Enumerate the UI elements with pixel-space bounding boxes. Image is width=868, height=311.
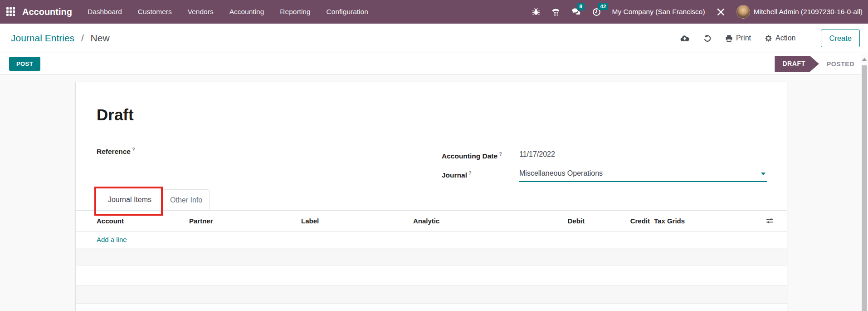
scrollbar-up-arrow[interactable]	[861, 54, 868, 64]
chevron-down-icon[interactable]	[761, 173, 766, 175]
gear-icon	[765, 35, 772, 42]
accounting-date-input[interactable]: 11/17/2022	[519, 150, 555, 163]
scrollbar-thumb[interactable]	[862, 65, 867, 311]
empty-table-row	[76, 304, 787, 311]
breadcrumb-separator: /	[81, 33, 84, 43]
printer-icon	[725, 35, 733, 42]
topbar-right-cluster: 8 42 My Company (San Francisco) Mitchell…	[532, 5, 863, 19]
reference-field-group: Reference?	[97, 145, 237, 156]
menu-dashboard[interactable]: Dashboard	[88, 8, 122, 16]
menu-configuration[interactable]: Configuration	[327, 8, 368, 16]
messages-icon[interactable]: 8	[571, 8, 581, 16]
journal-select[interactable]: Miscellaneous Operations	[519, 169, 767, 182]
empty-table-row	[76, 248, 787, 266]
control-panel: Journal Entries / New Print	[0, 24, 868, 53]
main-menu: Dashboard Customers Vendors Accounting R…	[88, 8, 368, 16]
notebook-tabs: Journal Items Other Info	[76, 190, 787, 211]
column-header-credit: Credit	[595, 217, 650, 225]
journal-row: Journal? Miscellaneous Operations	[442, 169, 777, 182]
apps-grid-icon[interactable]	[6, 7, 16, 17]
state-indicator: DRAFT POSTED	[775, 56, 854, 72]
column-header-account: Account	[97, 217, 124, 225]
breadcrumb: Journal Entries / New	[11, 33, 110, 44]
menu-reporting[interactable]: Reporting	[280, 8, 310, 16]
avatar	[736, 5, 750, 19]
activities-clock-icon[interactable]: 42	[592, 8, 601, 16]
action-button[interactable]: Action	[765, 34, 795, 42]
journal-label: Journal?	[442, 169, 519, 182]
accounting-date-label: Accounting Date?	[442, 150, 519, 163]
state-draft[interactable]: DRAFT	[775, 56, 819, 72]
create-button[interactable]: Create	[821, 30, 860, 47]
menu-vendors[interactable]: Vendors	[188, 8, 214, 16]
vertical-scrollbar	[861, 54, 868, 311]
bug-icon[interactable]	[532, 8, 540, 16]
table-row: Add a line	[76, 232, 787, 248]
column-header-analytic: Analytic	[413, 217, 439, 225]
menu-customers[interactable]: Customers	[138, 8, 172, 16]
column-header-tax-grids: Tax Grids	[654, 217, 685, 225]
column-header-partner: Partner	[189, 217, 213, 225]
add-a-line-link[interactable]: Add a line	[97, 236, 127, 243]
accounting-date-row: Accounting Date? 11/17/2022	[442, 150, 777, 163]
reference-input[interactable]	[137, 145, 237, 154]
empty-table-row	[76, 286, 787, 304]
cloud-save-icon[interactable]	[680, 35, 690, 42]
right-field-column: Accounting Date? 11/17/2022 Journal? Mis…	[442, 150, 777, 188]
top-nav-bar: Accounting Dashboard Customers Vendors A…	[0, 0, 868, 24]
messages-count-badge: 8	[577, 3, 585, 10]
user-menu[interactable]: Mitchell Admin (21097230-16-0-all)	[736, 5, 863, 19]
print-button[interactable]: Print	[725, 34, 751, 42]
undo-icon[interactable]	[703, 34, 712, 42]
phone-icon[interactable]	[551, 8, 560, 16]
app-name[interactable]: Accounting	[22, 7, 72, 17]
action-label: Action	[775, 34, 795, 42]
print-label: Print	[736, 34, 751, 42]
control-panel-actions: Print Action Create	[680, 30, 860, 47]
column-header-debit: Debit	[530, 217, 585, 225]
activities-count-badge: 42	[598, 3, 609, 10]
form-status-bar: POST DRAFT POSTED	[0, 53, 868, 74]
developer-tools-icon[interactable]	[717, 8, 725, 16]
state-posted[interactable]: POSTED	[827, 60, 854, 68]
company-switcher[interactable]: My Company (San Francisco)	[612, 8, 705, 16]
journal-help-icon[interactable]: ?	[468, 170, 472, 176]
journal-select-value: Miscellaneous Operations	[519, 169, 603, 177]
menu-accounting[interactable]: Accounting	[229, 8, 264, 16]
reference-help-icon[interactable]: ?	[132, 147, 135, 152]
form-sheet: Draft Reference? Accounting Date? 11/17/…	[75, 82, 787, 311]
journal-items-table-header: Account Partner Label Analytic Debit Cre…	[76, 211, 787, 232]
breadcrumb-journal-entries[interactable]: Journal Entries	[11, 33, 74, 43]
record-title: Draft	[97, 106, 134, 124]
post-button[interactable]: POST	[9, 57, 40, 71]
accounting-date-help-icon[interactable]: ?	[499, 151, 502, 157]
breadcrumb-current: New	[91, 33, 110, 43]
form-view-area: Draft Reference? Accounting Date? 11/17/…	[0, 75, 861, 311]
tab-other-info[interactable]: Other Info	[163, 189, 210, 210]
empty-table-row	[76, 266, 787, 286]
tab-journal-items[interactable]: Journal Items	[97, 189, 163, 210]
column-header-label: Label	[301, 217, 319, 225]
optional-columns-icon[interactable]	[766, 217, 774, 226]
reference-label: Reference?	[97, 148, 135, 155]
user-name: Mitchell Admin (21097230-16-0-all)	[754, 8, 863, 16]
